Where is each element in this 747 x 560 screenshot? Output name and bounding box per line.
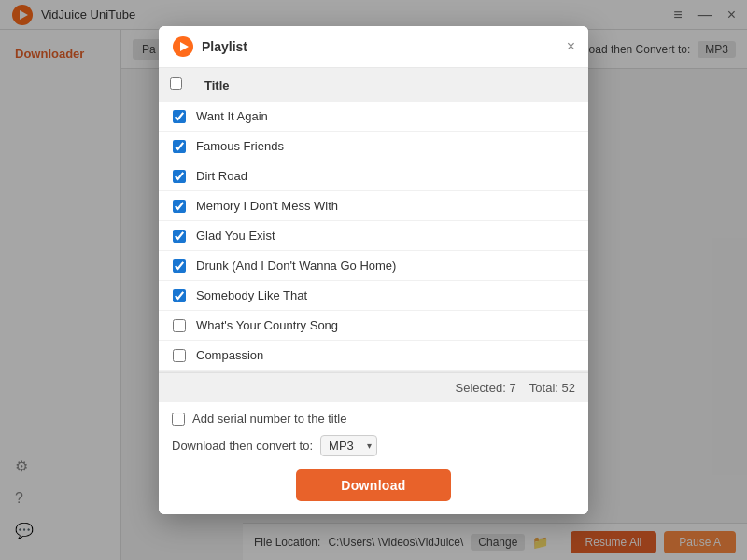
row-name-7: What's Your Country Song [192,318,581,332]
serial-number-checkbox[interactable] [172,413,185,426]
playlist-scroll-area[interactable]: Want It AgainFamous FriendsDirt RoadMemo… [159,102,588,372]
row-check-wrapper [166,170,192,183]
modal-body: Title Want It AgainFamous FriendsDirt Ro… [159,68,588,402]
row-name-6: Somebody Like That [192,288,581,302]
row-checkbox-1[interactable] [173,140,186,153]
row-checkbox-4[interactable] [173,230,186,243]
playlist-modal: Playlist × Title [159,26,588,514]
selected-label: Selected: [456,381,506,395]
playlist-row: Famous Friends [159,132,588,161]
modal-logo-icon [172,35,194,58]
row-name-3: Memory I Don't Mess With [192,199,581,213]
playlist-row: Drunk (And I Don't Wanna Go Home) [159,251,588,281]
playlist-rows: Want It AgainFamous FriendsDirt RoadMemo… [159,102,588,372]
row-name-4: Glad You Exist [192,229,581,243]
row-checkbox-0[interactable] [173,110,186,123]
row-name-5: Drunk (And I Don't Wanna Go Home) [192,259,581,273]
modal-footer: Add serial number to the title Download … [159,402,588,514]
row-check-wrapper [166,140,192,153]
convert-format-select[interactable]: MP3 [320,435,377,456]
playlist-row: Memory I Don't Mess With [159,191,588,221]
row-name-8: Compassion [192,348,581,362]
row-check-wrapper [166,200,192,213]
playlist-table: Title [159,68,588,102]
row-name-2: Dirt Road [192,169,581,183]
row-check-wrapper [166,349,192,362]
serial-label: Add serial number to the title [192,412,346,426]
row-check-wrapper [166,110,192,123]
modal-close-button[interactable]: × [567,39,575,54]
total-label: Total: [529,381,558,395]
row-checkbox-8[interactable] [173,349,186,362]
row-checkbox-2[interactable] [173,170,186,183]
row-name-1: Famous Friends [192,139,581,153]
playlist-row: Compassion [159,341,588,371]
playlist-row: Dirt Road [159,161,588,191]
row-check-wrapper [166,289,192,302]
row-check-wrapper [166,230,192,243]
row-checkbox-7[interactable] [173,319,186,332]
row-check-wrapper [166,259,192,273]
status-bar: Selected: 7 Total: 52 [159,372,588,402]
modal-title: Playlist [202,39,559,54]
row-checkbox-3[interactable] [173,200,186,213]
select-all-checkbox[interactable] [170,77,182,90]
row-checkbox-6[interactable] [173,289,186,302]
convert-select-wrapper: MP3 [320,435,377,456]
total-count: 52 [562,381,575,395]
app-window: VidJuice UniTube ≡ — × Downloader ⚙ ? 💬 … [0,0,747,560]
download-button[interactable]: Download [296,469,450,501]
row-check-wrapper [166,319,192,332]
playlist-row: What's Your Country Song [159,311,588,341]
selected-count: 7 [509,381,515,395]
download-btn-row: Download [172,469,575,501]
row-name-0: Want It Again [192,109,581,123]
serial-row: Add serial number to the title [172,412,575,426]
playlist-row: Somebody Like That [159,281,588,311]
playlist-row: Glad You Exist [159,221,588,251]
convert-row: Download then convert to: MP3 [172,435,575,456]
modal-header: Playlist × [159,26,588,68]
row-checkbox-5[interactable] [173,259,186,273]
convert-label: Download then convert to: [172,439,313,453]
playlist-row: Want It Again [159,102,588,132]
table-header-title: Title [204,78,230,92]
